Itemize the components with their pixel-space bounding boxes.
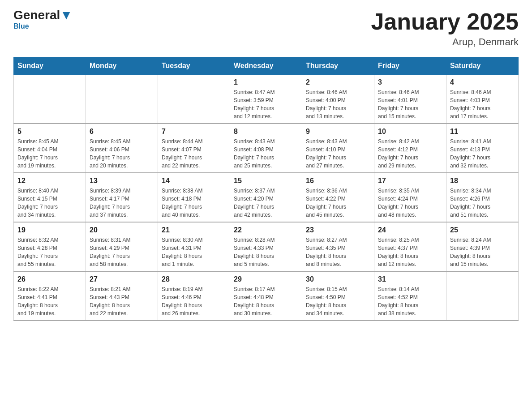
- day-info: Sunrise: 8:47 AM Sunset: 3:59 PM Dayligh…: [234, 88, 298, 120]
- day-info: Sunrise: 8:25 AM Sunset: 4:37 PM Dayligh…: [378, 236, 442, 268]
- calendar-cell: 18Sunrise: 8:34 AM Sunset: 4:26 PM Dayli…: [446, 173, 519, 222]
- day-info: Sunrise: 8:27 AM Sunset: 4:35 PM Dayligh…: [306, 236, 370, 268]
- calendar-cell: 27Sunrise: 8:21 AM Sunset: 4:43 PM Dayli…: [86, 271, 158, 321]
- day-number: 22: [234, 226, 298, 234]
- calendar-cell: 3Sunrise: 8:46 AM Sunset: 4:01 PM Daylig…: [374, 75, 446, 124]
- calendar-cell: 24Sunrise: 8:25 AM Sunset: 4:37 PM Dayli…: [374, 222, 446, 271]
- day-info: Sunrise: 8:15 AM Sunset: 4:50 PM Dayligh…: [306, 285, 370, 317]
- calendar-cell: 19Sunrise: 8:32 AM Sunset: 4:28 PM Dayli…: [14, 222, 86, 271]
- calendar-cell: 30Sunrise: 8:15 AM Sunset: 4:50 PM Dayli…: [302, 271, 374, 321]
- weekday-header-monday: Monday: [86, 57, 158, 75]
- day-info: Sunrise: 8:43 AM Sunset: 4:10 PM Dayligh…: [306, 137, 370, 170]
- calendar-cell: 25Sunrise: 8:24 AM Sunset: 4:39 PM Dayli…: [446, 222, 519, 271]
- day-info: Sunrise: 8:22 AM Sunset: 4:41 PM Dayligh…: [17, 285, 82, 317]
- calendar-week-4: 19Sunrise: 8:32 AM Sunset: 4:28 PM Dayli…: [14, 222, 519, 271]
- day-number: 30: [306, 275, 370, 283]
- day-info: Sunrise: 8:24 AM Sunset: 4:39 PM Dayligh…: [450, 236, 515, 268]
- day-number: 9: [306, 128, 370, 136]
- day-info: Sunrise: 8:14 AM Sunset: 4:52 PM Dayligh…: [378, 285, 442, 317]
- calendar-cell: 16Sunrise: 8:36 AM Sunset: 4:22 PM Dayli…: [302, 173, 374, 222]
- calendar-cell: 31Sunrise: 8:14 AM Sunset: 4:52 PM Dayli…: [374, 271, 446, 321]
- logo-blue-text: Blue: [13, 22, 29, 30]
- calendar-cell: 20Sunrise: 8:31 AM Sunset: 4:29 PM Dayli…: [86, 222, 158, 271]
- title-block: January 2025 Arup, Denmark: [371, 9, 519, 48]
- day-info: Sunrise: 8:36 AM Sunset: 4:22 PM Dayligh…: [306, 187, 370, 219]
- day-info: Sunrise: 8:28 AM Sunset: 4:33 PM Dayligh…: [234, 236, 298, 268]
- calendar-cell: 26Sunrise: 8:22 AM Sunset: 4:41 PM Dayli…: [14, 271, 86, 321]
- day-number: 29: [234, 275, 298, 283]
- day-number: 25: [450, 226, 515, 234]
- day-info: Sunrise: 8:35 AM Sunset: 4:24 PM Dayligh…: [378, 187, 442, 219]
- weekday-header-thursday: Thursday: [302, 57, 374, 75]
- day-number: 23: [306, 226, 370, 234]
- calendar-cell: 11Sunrise: 8:41 AM Sunset: 4:13 PM Dayli…: [446, 124, 519, 173]
- day-number: 31: [378, 275, 442, 283]
- day-info: Sunrise: 8:44 AM Sunset: 4:07 PM Dayligh…: [162, 137, 226, 170]
- calendar-cell: 5Sunrise: 8:45 AM Sunset: 4:04 PM Daylig…: [14, 124, 86, 173]
- logo-text: General▼: [13, 9, 73, 21]
- calendar-week-1: 1Sunrise: 8:47 AM Sunset: 3:59 PM Daylig…: [14, 75, 519, 124]
- day-number: 21: [162, 226, 226, 234]
- calendar-cell: [158, 75, 230, 124]
- weekday-header-saturday: Saturday: [446, 57, 519, 75]
- day-info: Sunrise: 8:46 AM Sunset: 4:01 PM Dayligh…: [378, 88, 442, 120]
- calendar-cell: 4Sunrise: 8:46 AM Sunset: 4:03 PM Daylig…: [446, 75, 519, 124]
- calendar-week-2: 5Sunrise: 8:45 AM Sunset: 4:04 PM Daylig…: [14, 124, 519, 173]
- day-number: 4: [450, 78, 515, 86]
- calendar-cell: 15Sunrise: 8:37 AM Sunset: 4:20 PM Dayli…: [230, 173, 302, 222]
- calendar-cell: 23Sunrise: 8:27 AM Sunset: 4:35 PM Dayli…: [302, 222, 374, 271]
- day-number: 28: [162, 275, 226, 283]
- calendar-cell: 22Sunrise: 8:28 AM Sunset: 4:33 PM Dayli…: [230, 222, 302, 271]
- calendar-cell: 14Sunrise: 8:38 AM Sunset: 4:18 PM Dayli…: [158, 173, 230, 222]
- day-info: Sunrise: 8:46 AM Sunset: 4:00 PM Dayligh…: [306, 88, 370, 120]
- day-number: 1: [234, 78, 298, 86]
- day-number: 18: [450, 177, 515, 185]
- day-number: 16: [306, 177, 370, 185]
- day-info: Sunrise: 8:38 AM Sunset: 4:18 PM Dayligh…: [162, 187, 226, 219]
- day-number: 6: [90, 128, 154, 136]
- day-number: 3: [378, 78, 442, 86]
- calendar-cell: 10Sunrise: 8:42 AM Sunset: 4:12 PM Dayli…: [374, 124, 446, 173]
- day-number: 8: [234, 128, 298, 136]
- day-number: 19: [17, 226, 82, 234]
- weekday-header-sunday: Sunday: [14, 57, 86, 75]
- day-info: Sunrise: 8:45 AM Sunset: 4:04 PM Dayligh…: [17, 137, 82, 170]
- day-number: 26: [17, 275, 82, 283]
- day-info: Sunrise: 8:37 AM Sunset: 4:20 PM Dayligh…: [234, 187, 298, 219]
- calendar-cell: 9Sunrise: 8:43 AM Sunset: 4:10 PM Daylig…: [302, 124, 374, 173]
- calendar-week-3: 12Sunrise: 8:40 AM Sunset: 4:15 PM Dayli…: [14, 173, 519, 222]
- day-info: Sunrise: 8:19 AM Sunset: 4:46 PM Dayligh…: [162, 285, 226, 317]
- calendar-cell: 2Sunrise: 8:46 AM Sunset: 4:00 PM Daylig…: [302, 75, 374, 124]
- day-number: 7: [162, 128, 226, 136]
- day-info: Sunrise: 8:39 AM Sunset: 4:17 PM Dayligh…: [90, 187, 154, 219]
- calendar-cell: 8Sunrise: 8:43 AM Sunset: 4:08 PM Daylig…: [230, 124, 302, 173]
- page-title: January 2025: [371, 9, 519, 34]
- day-info: Sunrise: 8:43 AM Sunset: 4:08 PM Dayligh…: [234, 137, 298, 170]
- day-number: 24: [378, 226, 442, 234]
- day-info: Sunrise: 8:46 AM Sunset: 4:03 PM Dayligh…: [450, 88, 515, 120]
- day-number: 20: [90, 226, 154, 234]
- calendar-cell: [14, 75, 86, 124]
- day-number: 2: [306, 78, 370, 86]
- calendar-cell: 7Sunrise: 8:44 AM Sunset: 4:07 PM Daylig…: [158, 124, 230, 173]
- weekday-header-wednesday: Wednesday: [230, 57, 302, 75]
- calendar-header-row: SundayMondayTuesdayWednesdayThursdayFrid…: [14, 57, 519, 75]
- day-info: Sunrise: 8:32 AM Sunset: 4:28 PM Dayligh…: [17, 236, 82, 268]
- calendar-cell: 28Sunrise: 8:19 AM Sunset: 4:46 PM Dayli…: [158, 271, 230, 321]
- day-number: 5: [17, 128, 82, 136]
- day-number: 10: [378, 128, 442, 136]
- page-header: General▼ Blue January 2025 Arup, Denmark: [13, 9, 519, 48]
- weekday-header-friday: Friday: [374, 57, 446, 75]
- calendar-cell: 17Sunrise: 8:35 AM Sunset: 4:24 PM Dayli…: [374, 173, 446, 222]
- day-info: Sunrise: 8:31 AM Sunset: 4:29 PM Dayligh…: [90, 236, 154, 268]
- day-number: 12: [17, 177, 82, 185]
- calendar-cell: 13Sunrise: 8:39 AM Sunset: 4:17 PM Dayli…: [86, 173, 158, 222]
- day-info: Sunrise: 8:42 AM Sunset: 4:12 PM Dayligh…: [378, 137, 442, 170]
- calendar-cell: 6Sunrise: 8:45 AM Sunset: 4:06 PM Daylig…: [86, 124, 158, 173]
- day-info: Sunrise: 8:45 AM Sunset: 4:06 PM Dayligh…: [90, 137, 154, 170]
- weekday-header-tuesday: Tuesday: [158, 57, 230, 75]
- day-info: Sunrise: 8:21 AM Sunset: 4:43 PM Dayligh…: [90, 285, 154, 317]
- calendar-cell: [86, 75, 158, 124]
- day-number: 15: [234, 177, 298, 185]
- calendar-cell: 29Sunrise: 8:17 AM Sunset: 4:48 PM Dayli…: [230, 271, 302, 321]
